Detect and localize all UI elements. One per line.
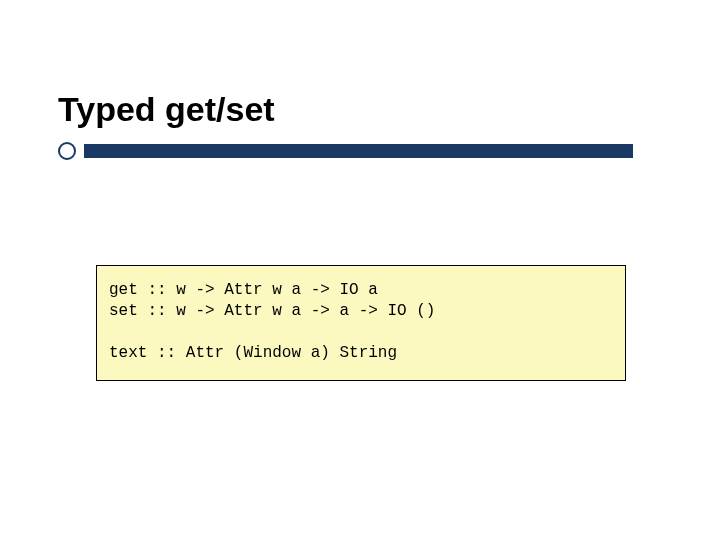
code-line-1: get :: w -> Attr w a -> IO a xyxy=(109,280,613,301)
underline-bar xyxy=(84,144,633,158)
code-line-2: set :: w -> Attr w a -> a -> IO () xyxy=(109,301,613,322)
slide-title: Typed get/set xyxy=(58,90,275,129)
bullet-icon xyxy=(58,142,76,160)
slide: Typed get/set get :: w -> Attr w a -> IO… xyxy=(0,0,720,540)
title-underline xyxy=(58,138,633,164)
code-box: get :: w -> Attr w a -> IO a set :: w ->… xyxy=(96,265,626,381)
code-blank-line xyxy=(109,322,613,343)
code-line-3: text :: Attr (Window a) String xyxy=(109,343,613,364)
